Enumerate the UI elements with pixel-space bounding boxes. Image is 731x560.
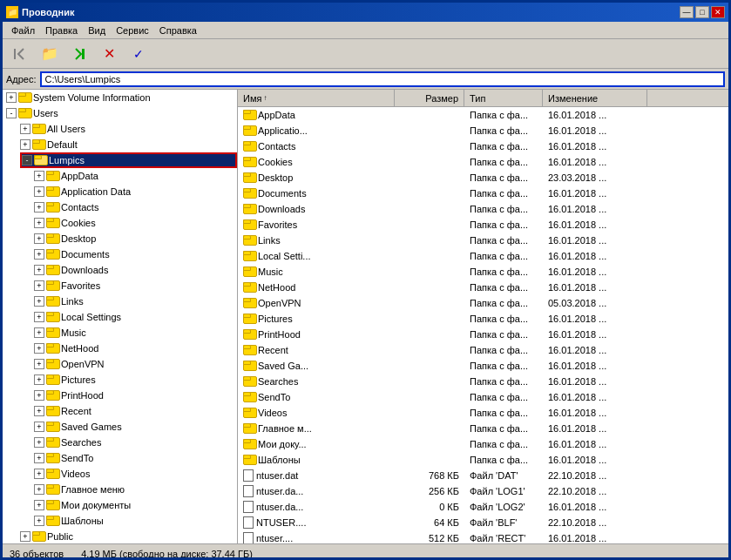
back-button[interactable] [6,42,34,66]
col-header-name[interactable]: Имя ↑ [238,90,395,106]
file-row[interactable]: ШаблоныПапка с фа...16.01.2018 ... [238,452,728,468]
expand-icon[interactable]: - [22,155,32,165]
tree-item-pictures[interactable]: + Pictures [3,372,237,388]
address-input[interactable] [40,71,725,87]
forward-button[interactable] [65,42,93,66]
file-row[interactable]: DocumentsПапка с фа...16.01.2018 ... [238,186,728,201]
tree-item-videos[interactable]: + Videos [3,466,237,482]
file-row[interactable]: RecentПапка с фа...16.01.2018 ... [238,342,728,358]
check-button[interactable]: ✓ [125,42,152,66]
file-row[interactable]: NetHoodПапка с фа...16.01.2018 ... [238,280,728,295]
tree-item-lumpics[interactable]: - Lumpics [20,152,237,168]
file-row[interactable]: VideosПапка с фа...16.01.2018 ... [238,405,728,421]
file-row[interactable]: AppDataПапка с фа...16.01.2018 ... [238,107,728,123]
file-row[interactable]: MusicПапка с фа...16.01.2018 ... [238,264,728,280]
expand-icon[interactable]: + [6,92,17,103]
minimize-button[interactable]: — [680,6,694,18]
file-row[interactable]: ntuser.da...0 КБФайл 'LOG2'16.01.2018 ..… [238,499,728,515]
tree-item-sysvolinfo[interactable]: + System Volume Information [3,90,237,105]
expand-icon[interactable]: + [34,484,44,495]
expand-icon[interactable]: + [34,453,44,463]
file-row[interactable]: ntuser.dat768 КБФайл 'DAT'22.10.2018 ... [238,468,728,483]
file-row[interactable]: CookiesПапка с фа...16.01.2018 ... [238,154,728,170]
tree-item-default[interactable]: + Default [3,137,237,152]
file-row[interactable]: PrintHoodПапка с фа...16.01.2018 ... [238,327,728,342]
expand-icon[interactable]: + [34,437,44,448]
tree-item-printhood[interactable]: + PrintHood [3,388,237,403]
tree-item-cookies[interactable]: + Cookies [3,215,237,231]
tree-item-users[interactable]: - Users [3,105,237,121]
expand-icon[interactable]: + [34,374,44,385]
file-row[interactable]: SendToПапка с фа...16.01.2018 ... [238,389,728,405]
file-row[interactable]: Local Setti...Папка с фа...16.01.2018 ..… [238,248,728,264]
expand-icon[interactable]: + [34,469,44,479]
file-row[interactable]: SearchesПапка с фа...16.01.2018 ... [238,374,728,389]
expand-icon[interactable]: + [34,186,44,197]
expand-icon[interactable]: + [20,139,30,150]
file-row[interactable]: Главное м...Папка с фа...16.01.2018 ... [238,421,728,436]
col-header-date[interactable]: Изменение [543,90,647,106]
file-row[interactable]: Applicatio...Папка с фа...16.01.2018 ... [238,123,728,138]
expand-icon[interactable]: + [34,327,44,338]
tree-item-recent[interactable]: + Recent [3,403,237,419]
tree-item-desktop[interactable]: + Desktop [3,231,237,246]
expand-icon[interactable]: + [34,343,44,354]
tree-item-glavmenu[interactable]: + Главное меню [3,482,237,497]
tree-item-public[interactable]: + Public [3,529,237,543]
tree-item-searches[interactable]: + Searches [3,435,237,450]
folder-button[interactable]: 📁 [36,42,64,66]
file-row[interactable]: ContactsПапка с фа...16.01.2018 ... [238,138,728,154]
expand-icon[interactable]: + [34,516,44,526]
expand-icon[interactable]: + [34,171,44,181]
file-row[interactable]: PicturesПапка с фа...16.01.2018 ... [238,311,728,327]
col-header-size[interactable]: Размер [395,90,464,106]
expand-icon[interactable]: + [34,249,44,260]
file-row[interactable]: FavoritesПапка с фа...16.01.2018 ... [238,217,728,233]
tree-item-allusers[interactable]: + All Users [3,121,237,137]
tree-item-openvpn[interactable]: + OpenVPN [3,356,237,372]
tree-item-appdata2[interactable]: + Application Data [3,184,237,199]
menu-service[interactable]: Сервис [111,24,154,37]
expand-icon[interactable]: + [34,233,44,244]
tree-item-sendto[interactable]: + SendTo [3,450,237,466]
tree-item-links[interactable]: + Links [3,293,237,309]
tree-item-mydocs[interactable]: + Мои документы [3,497,237,513]
file-row[interactable]: ntuser.da...256 КБФайл 'LOG1'22.10.2018 … [238,483,728,499]
file-row[interactable]: DesktopПапка с фа...23.03.2018 ... [238,170,728,186]
tree-item-templates[interactable]: + Шаблоны [3,513,237,529]
tree-item-appdata[interactable]: + AppData [3,168,237,184]
expand-icon[interactable]: + [34,312,44,322]
maximize-button[interactable]: □ [695,6,709,18]
tree-item-nethood[interactable]: + NetHood [3,341,237,356]
tree-item-favorites[interactable]: + Favorites [3,278,237,293]
menu-view[interactable]: Вид [83,24,111,37]
file-row[interactable]: ntuser....512 КБФайл 'RECT'16.01.2018 ..… [238,530,728,543]
expand-icon[interactable]: + [34,265,44,275]
expand-icon[interactable]: + [34,406,44,416]
delete-button[interactable]: ✕ [95,42,123,66]
menu-file[interactable]: Файл [6,24,40,37]
tree-item-savedgames[interactable]: + Saved Games [3,419,237,435]
expand-icon[interactable]: + [34,218,44,228]
file-row[interactable]: DownloadsПапка с фа...16.01.2018 ... [238,201,728,217]
expand-icon[interactable]: + [34,296,44,307]
col-header-type[interactable]: Тип [464,90,543,106]
tree-item-music[interactable]: + Music [3,325,237,341]
tree-item-contacts[interactable]: + Contacts [3,199,237,215]
tree-item-downloads[interactable]: + Downloads [3,262,237,278]
file-row[interactable]: NTUSER....64 КБФайл 'BLF'22.10.2018 ... [238,515,728,530]
expand-icon[interactable]: + [34,500,44,510]
file-row[interactable]: Мои доку...Папка с фа...16.01.2018 ... [238,436,728,452]
close-button[interactable]: ✕ [711,6,725,18]
file-row[interactable]: LinksПапка с фа...16.01.2018 ... [238,233,728,248]
menu-edit[interactable]: Правка [40,24,83,37]
expand-icon[interactable]: + [34,202,44,213]
tree-item-documents[interactable]: + Documents [3,246,237,262]
expand-icon[interactable]: - [6,108,17,118]
expand-icon[interactable]: + [20,124,30,134]
expand-icon[interactable]: + [34,422,44,432]
file-row[interactable]: OpenVPNПапка с фа...05.03.2018 ... [238,295,728,311]
tree-item-localsettings[interactable]: + Local Settings [3,309,237,325]
expand-icon[interactable]: + [20,531,30,542]
menu-help[interactable]: Справка [154,24,202,37]
